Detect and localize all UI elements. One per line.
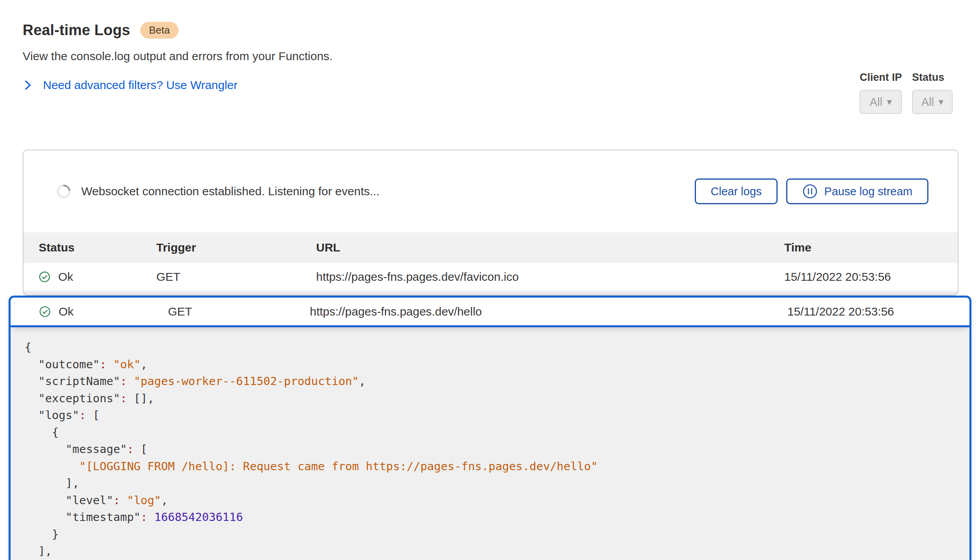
column-header-time: Time	[784, 241, 958, 254]
expanded-log-entry: Ok GET https://pages-fns.pages.dev/hello…	[9, 296, 971, 560]
status-value: Ok	[58, 270, 73, 284]
code-line: {	[25, 339, 954, 356]
code-line: }	[25, 526, 954, 543]
selected-log-row[interactable]: Ok GET https://pages-fns.pages.dev/hello…	[11, 298, 969, 327]
code-line: "message": [	[25, 441, 954, 458]
log-table-row[interactable]: Ok GET https://pages-fns.pages.dev/favic…	[23, 263, 958, 291]
pause-circle-icon	[802, 184, 818, 199]
beta-badge: Beta	[140, 22, 179, 39]
wrangler-link-row[interactable]: Need advanced filters? Use Wrangler	[23, 78, 333, 92]
row-divider	[23, 291, 958, 296]
client-ip-filter-group: Client IP All ▾	[860, 71, 902, 114]
time-value: 15/11/2022 20:53:56	[787, 305, 969, 318]
success-check-icon	[39, 306, 51, 317]
pause-log-stream-label: Pause log stream	[824, 185, 912, 198]
status-cell: Ok	[39, 270, 156, 284]
column-header-trigger: Trigger	[156, 241, 316, 254]
column-header-status: Status	[39, 241, 156, 254]
code-line: {	[25, 424, 954, 441]
code-line: "timestamp": 1668542036116	[25, 509, 954, 526]
code-line: "logs": [	[25, 407, 954, 424]
code-line: "[LOGGING FROM /hello]: Request came fro…	[25, 458, 954, 475]
status-value: Ok	[59, 305, 73, 318]
title-row: Real-time Logs Beta	[23, 22, 333, 39]
page-title: Real-time Logs	[23, 22, 130, 39]
clear-logs-button[interactable]: Clear logs	[695, 178, 778, 204]
client-ip-filter-dropdown[interactable]: All ▾	[860, 90, 902, 114]
success-check-icon	[39, 271, 50, 283]
trigger-value: GET	[168, 305, 310, 318]
code-line: "outcome": "ok",	[25, 356, 954, 373]
caret-down-icon: ▾	[939, 97, 943, 107]
client-ip-filter-value: All	[870, 96, 882, 109]
column-header-url: URL	[316, 241, 784, 254]
stream-status-bar: Websocket connection established. Listen…	[23, 150, 958, 232]
url-value: https://pages-fns.pages.dev/hello	[310, 305, 787, 318]
url-value: https://pages-fns.pages.dev/favicon.ico	[316, 270, 784, 284]
code-line: ],	[25, 475, 954, 492]
log-table-header: Status Trigger URL Time	[23, 232, 958, 263]
chevron-right-icon	[23, 79, 33, 91]
client-ip-filter-label: Client IP	[860, 71, 902, 84]
code-line: "exceptions": [],	[25, 390, 954, 407]
clear-logs-label: Clear logs	[711, 185, 762, 198]
code-line: ],	[25, 543, 954, 560]
stream-status-message: Websocket connection established. Listen…	[81, 185, 695, 198]
status-filter-label: Status	[912, 71, 953, 84]
code-line: "scriptName": "pages-worker--611502-prod…	[25, 373, 954, 390]
log-json-output: { "outcome": "ok", "scriptName": "pages-…	[11, 327, 969, 560]
time-value: 15/11/2022 20:53:56	[784, 270, 958, 284]
status-cell: Ok	[39, 305, 168, 318]
wrangler-link[interactable]: Need advanced filters? Use Wrangler	[43, 78, 238, 92]
caret-down-icon: ▾	[887, 97, 892, 107]
page-header: Real-time Logs Beta View the console.log…	[23, 22, 333, 92]
filters: Client IP All ▾ Status All ▾	[860, 71, 953, 114]
status-filter-value: All	[921, 96, 934, 109]
status-filter-group: Status All ▾	[912, 71, 953, 114]
pause-log-stream-button[interactable]: Pause log stream	[786, 178, 928, 204]
logs-card: Websocket connection established. Listen…	[23, 150, 959, 296]
status-filter-dropdown[interactable]: All ▾	[912, 90, 953, 114]
code-line: "level": "log",	[25, 492, 954, 509]
loading-spinner-icon	[54, 182, 73, 201]
trigger-value: GET	[156, 270, 316, 284]
page-subtitle: View the console.log output and errors f…	[23, 50, 333, 63]
